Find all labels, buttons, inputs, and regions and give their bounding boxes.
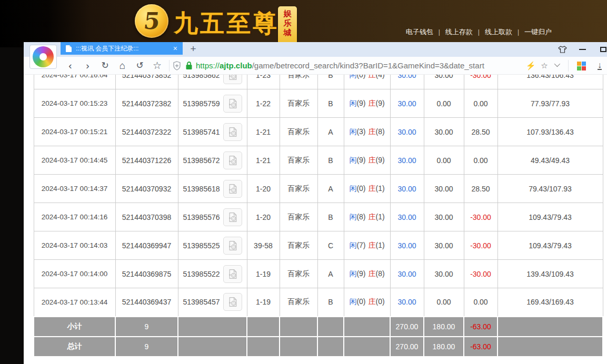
total-win: -63.00 <box>464 337 497 357</box>
win-loss: 0.00 <box>464 146 497 175</box>
table-number: 1-19 <box>247 288 280 317</box>
video-replay-button[interactable] <box>223 123 242 141</box>
refresh-button[interactable]: ↻ <box>96 61 114 70</box>
url-scheme: https:// <box>196 61 220 70</box>
minimize-icon <box>579 49 586 50</box>
balance: 169.43/169.43 <box>497 288 603 317</box>
bookmark-star-button[interactable]: ☆ <box>148 60 166 70</box>
subtotal-label: 小计 <box>34 317 115 337</box>
table-row: 2024-03-17 00:14:03 521440369947 5139855… <box>34 231 603 260</box>
video-replay-button[interactable] <box>223 293 242 311</box>
round-id: 513985525 <box>183 241 220 250</box>
browser-logo[interactable] <box>29 45 57 69</box>
result-letter: A <box>317 175 344 203</box>
game-result: 闲(7)庄(1) <box>344 231 390 260</box>
browser-tab[interactable]: :::视讯 会员下注纪录::: × <box>61 42 183 55</box>
zhuang-score: (4) <box>376 75 385 79</box>
zhuang-label: 庄 <box>369 75 376 79</box>
nav-withdraw-link[interactable]: 线上取款 <box>485 27 512 37</box>
video-replay-button[interactable] <box>223 151 242 169</box>
total-valid: 180.00 <box>424 337 464 357</box>
zhuang-score: (8) <box>376 127 385 136</box>
chevron-down-icon[interactable] <box>554 61 560 67</box>
site-logo-coin-icon: 5 <box>135 4 168 38</box>
valid-amount: 0.00 <box>424 146 464 175</box>
minimize-button[interactable] <box>574 42 590 57</box>
valid-amount: 30.00 <box>424 118 464 146</box>
video-replay-button[interactable] <box>223 95 242 113</box>
home-button[interactable]: ⌂ <box>114 60 131 70</box>
url-text[interactable]: https://ajtp.club/game/betrecord_search/… <box>196 61 509 70</box>
xian-score: (3) <box>356 127 365 136</box>
balance: 77.93/77.93 <box>497 89 603 118</box>
xian-label: 闲 <box>349 297 356 306</box>
film-document-icon <box>227 212 238 223</box>
nav-separator: | <box>439 28 440 36</box>
toolbar-right-icons: ⚡ ☆ ↓ <box>524 57 607 75</box>
result-letter: B <box>317 89 344 118</box>
table-row: 2024-03-17 00:14:00 521440369875 5139855… <box>34 260 603 288</box>
lightning-icon[interactable]: ⚡ <box>524 61 538 70</box>
xian-label: 闲 <box>349 127 356 136</box>
maximize-button[interactable] <box>595 42 607 57</box>
apps-grid-icon[interactable] <box>577 62 586 70</box>
table-row: 2024-03-17 00:16:04 521440373852 5139858… <box>34 75 603 89</box>
bet-time: 2024-03-17 00:13:44 <box>34 288 115 317</box>
table-number: 1-23 <box>247 75 280 89</box>
tab-close-icon[interactable]: × <box>173 44 177 53</box>
video-replay-button[interactable] <box>223 180 242 198</box>
header-nav: 电子钱包 | 线上存款 | 线上取款 | 一键归户 <box>406 27 552 37</box>
bet-time: 2024-03-17 00:14:45 <box>34 146 115 175</box>
film-document-icon <box>227 155 238 166</box>
xian-label: 闲 <box>349 184 356 193</box>
video-replay-button[interactable] <box>223 75 242 84</box>
browser-pinwheel-icon <box>33 46 54 67</box>
zhuang-label: 庄 <box>369 127 376 136</box>
round-cell: 513985741 <box>178 118 247 146</box>
browser-skin-button[interactable] <box>554 42 570 57</box>
toolbar-divider <box>169 60 170 72</box>
win-loss: -30.00 <box>464 75 497 89</box>
round-cell: 513985522 <box>178 260 247 288</box>
nav-deposit-link[interactable]: 线上存款 <box>445 27 473 37</box>
back-button[interactable]: ‹ <box>62 60 79 70</box>
table-row: 2024-03-17 00:13:44 521440369437 5139854… <box>34 288 603 317</box>
video-replay-button[interactable] <box>223 265 242 283</box>
bet-id: 521440370398 <box>115 203 178 231</box>
round-id: 513985741 <box>183 128 220 136</box>
secure-lock-icon <box>185 61 193 70</box>
forward-button[interactable]: › <box>79 60 96 70</box>
tab-title: :::视讯 会员下注纪录::: <box>76 44 170 53</box>
round-id: 513985522 <box>183 270 220 278</box>
video-replay-button[interactable] <box>223 208 242 226</box>
nav-ewallet-link[interactable]: 电子钱包 <box>406 27 433 37</box>
bet-time: 2024-03-17 00:14:16 <box>34 203 115 231</box>
zhuang-score: (1) <box>376 241 385 249</box>
film-document-icon <box>227 98 238 109</box>
undo-button[interactable]: ↺ <box>131 61 148 70</box>
valid-amount: 30.00 <box>424 175 464 203</box>
nav-onekey-link[interactable]: 一键归户 <box>524 27 552 37</box>
favorite-star-icon[interactable]: ☆ <box>538 61 551 70</box>
film-document-icon <box>227 297 238 307</box>
toolbar-divider <box>568 60 569 72</box>
table-row: 2024-03-17 00:14:45 521440371226 5139856… <box>34 146 603 175</box>
xian-score: (0) <box>356 297 365 306</box>
result-letter: B <box>317 288 344 317</box>
game-result: 闲(0)庄(4) <box>344 75 390 89</box>
total-label: 总计 <box>34 337 115 357</box>
game-name: 百家乐 <box>280 288 317 317</box>
tshirt-icon <box>558 46 567 53</box>
new-tab-button[interactable]: + <box>187 43 200 55</box>
bet-record-table: 2024-03-17 00:16:04 521440373852 5139858… <box>33 75 603 357</box>
zhuang-score: (1) <box>376 213 385 221</box>
zhuang-score: (1) <box>376 184 385 193</box>
bet-time: 2024-03-17 00:14:00 <box>34 260 115 288</box>
round-id: 513985618 <box>183 185 220 193</box>
video-replay-button[interactable] <box>223 237 242 255</box>
round-cell: 513985759 <box>178 89 247 118</box>
zhuang-score: (8) <box>376 269 385 278</box>
download-icon[interactable]: ↓ <box>598 62 602 70</box>
xian-label: 闲 <box>349 75 356 79</box>
zhuang-score: (0) <box>376 297 385 306</box>
